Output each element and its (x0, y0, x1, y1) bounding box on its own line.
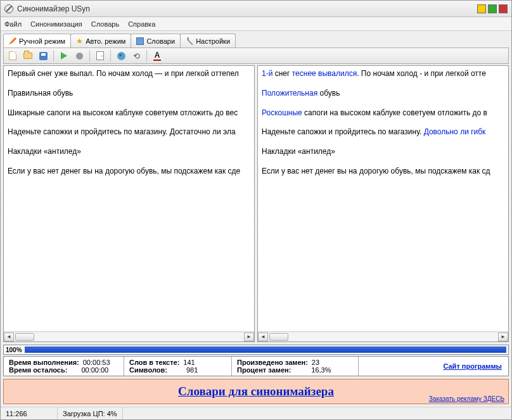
site-link[interactable]: Сайт программы (443, 362, 502, 370)
repl-label: Произведено замен: (237, 359, 308, 366)
time-left-value: 00:00:00 (81, 366, 108, 374)
result-pane: 1-й снег теснее вывалился. По ночам холо… (257, 65, 509, 342)
tab-dicts-label: Словари (146, 37, 175, 45)
result-text[interactable]: 1-й снег теснее вывалился. По ночам холо… (258, 66, 508, 331)
play-icon (61, 52, 67, 60)
app-window: Синонимайзер USyn Файл Синонимизация Сло… (0, 0, 512, 420)
chars-value: 981 (186, 366, 198, 374)
source-line: Шикарные сапоги на высоком каблуке совет… (8, 108, 250, 118)
web-button[interactable] (115, 49, 127, 62)
source-line: Наденьте сапожки и пройдитесь по магазин… (8, 127, 250, 137)
stats-repl: Произведено замен:23 Процент замен:16,3% (232, 357, 359, 376)
book-icon (136, 37, 144, 45)
window-buttons (477, 4, 508, 13)
time-left-label: Время осталось: (9, 366, 67, 374)
scroll-left-button[interactable]: ◄ (258, 333, 268, 341)
toolbar: ⟲ A (3, 48, 509, 64)
scroll-right-button[interactable]: ► (498, 333, 508, 341)
synonym-word: Довольно ли гибк (424, 127, 486, 136)
scroll-thumb[interactable] (269, 333, 288, 341)
time-exec-value: 00:00:53 (83, 359, 110, 366)
source-text[interactable]: Первый снег уже выпал. По ночам холод — … (4, 66, 254, 331)
banner: Словари для синонимайзера Заказать рекла… (3, 379, 509, 404)
status-cpu: Загрузка ЦП: 4% (58, 407, 123, 419)
result-line: 1-й снег теснее вывалился. По ночам холо… (262, 68, 504, 79)
menu-file[interactable]: Файл (4, 20, 22, 28)
scroll-left-button[interactable]: ◄ (4, 333, 14, 341)
source-line: Накладки «антилед» (8, 146, 250, 157)
new-icon (9, 51, 16, 60)
refresh-icon: ⟲ (133, 51, 140, 61)
menu-help[interactable]: Справка (128, 20, 155, 28)
new-button[interactable] (6, 49, 19, 62)
save-icon (39, 52, 48, 60)
result-line: Накладки «антилед» (262, 146, 504, 157)
separator (53, 50, 54, 61)
open-icon (23, 53, 32, 59)
save-button[interactable] (37, 49, 49, 62)
run-button[interactable] (58, 49, 70, 62)
text: сапоги на высоком каблуке советуем отлож… (302, 108, 487, 117)
scroll-right-button[interactable]: ► (244, 333, 254, 341)
separator (89, 50, 90, 61)
statusbar: 11:266 Загрузка ЦП: 4% (1, 407, 511, 419)
export-icon (96, 51, 104, 60)
stats-link: Сайт программы (359, 357, 508, 376)
tabs: Ручной режим ★Авто. режим Словари Настро… (3, 34, 509, 48)
tab-settings-label: Настройки (196, 37, 230, 45)
export-button[interactable] (94, 49, 106, 62)
menu-synon[interactable]: Синонимизация (30, 20, 82, 28)
text: Наденьте сапожки и пройдитесь по магазин… (262, 127, 424, 136)
text: снег (272, 69, 291, 78)
separator (110, 50, 111, 61)
banner-main-link[interactable]: Словари для синонимайзера (178, 385, 334, 398)
wrench-icon (186, 37, 193, 45)
tab-auto[interactable]: ★Авто. режим (70, 34, 131, 48)
menu-dict[interactable]: Словарь (91, 20, 119, 28)
pencil-icon (9, 37, 16, 45)
text: . По ночам холод - и при легкой отте (357, 69, 486, 78)
maximize-button[interactable] (488, 4, 497, 13)
minimize-button[interactable] (477, 4, 486, 13)
window-title: Синонимайзер USyn (17, 4, 477, 13)
app-icon (4, 4, 13, 13)
open-button[interactable] (22, 49, 34, 62)
result-line: Если у вас нет денег вы на дорогую обувь… (262, 166, 504, 177)
star-icon: ★ (76, 37, 83, 45)
refresh-button[interactable]: ⟲ (130, 49, 143, 62)
result-line: Положительная обувь (262, 88, 504, 99)
pct-value: 16,3% (311, 366, 331, 374)
source-line: Если у вас нет денег вы на дорогую обувь… (8, 166, 250, 177)
progress-bar (25, 347, 506, 353)
scroll-track[interactable] (268, 333, 498, 341)
repl-value: 23 (312, 359, 319, 366)
pct-label: Процент замен: (237, 366, 291, 374)
tab-settings[interactable]: Настройки (180, 34, 236, 48)
source-pane: Первый снег уже выпал. По ночам холод — … (3, 65, 255, 342)
close-button[interactable] (499, 4, 508, 13)
progress-panel: 100% (3, 345, 509, 355)
source-line: Первый снег уже выпал. По ночам холод — … (8, 68, 250, 79)
text-panes: Первый снег уже выпал. По ночам холод — … (3, 65, 509, 342)
font-button[interactable]: A (151, 49, 163, 62)
time-exec-label: Время выполнения: (9, 359, 79, 366)
synonym-word: 1-й (262, 69, 272, 78)
tab-manual[interactable]: Ручной режим (3, 34, 71, 48)
text: обувь (317, 89, 340, 98)
words-label: Слов в тексте: (129, 359, 179, 366)
titlebar: Синонимайзер USyn (1, 1, 511, 17)
synonym-word: Положительная (262, 89, 317, 98)
content-area: Ручной режим ★Авто. режим Словари Настро… (1, 31, 511, 407)
banner-small-link[interactable]: Заказать рекламу ЗДЕСЬ (429, 395, 504, 402)
synonym-word: Роскошные (262, 108, 302, 117)
chars-label: Символов: (129, 366, 167, 374)
tab-auto-label: Авто. режим (86, 37, 125, 45)
font-icon: A (153, 51, 162, 61)
result-hscroll[interactable]: ◄ ► (258, 331, 508, 341)
scroll-track[interactable] (14, 333, 244, 341)
tab-dicts[interactable]: Словари (131, 34, 181, 48)
scroll-thumb[interactable] (15, 333, 34, 341)
stop-button[interactable] (73, 49, 86, 62)
source-hscroll[interactable]: ◄ ► (4, 331, 254, 341)
result-line: Наденьте сапожки и пройдитесь по магазин… (262, 127, 504, 137)
